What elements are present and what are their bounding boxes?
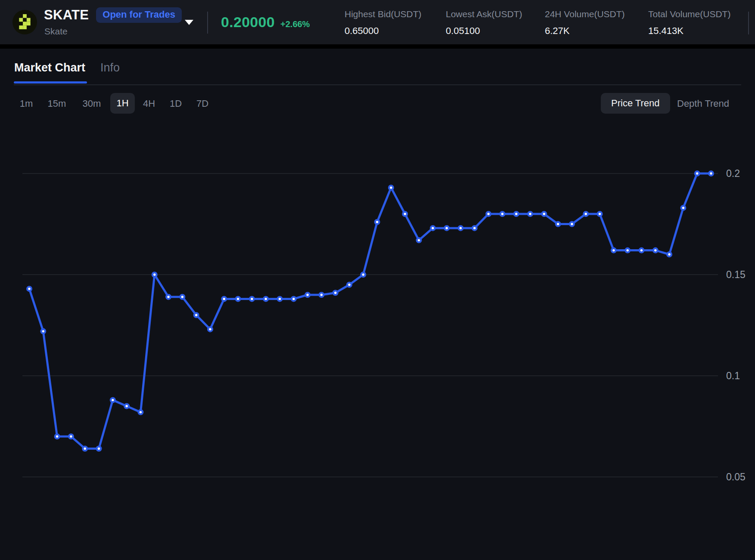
token-symbol: SKATE: [44, 7, 89, 23]
chart-data-point-core: [612, 249, 615, 251]
y-axis-tick-label: 0.1: [726, 370, 740, 381]
chart-data-point-core: [209, 328, 211, 330]
chart-data-point-core: [237, 298, 239, 300]
chart-data-point-core: [98, 448, 100, 450]
header-divider: [207, 12, 208, 34]
tab-divider: [14, 84, 741, 85]
chart-data-point-core: [251, 298, 253, 300]
chart-data-point-core: [279, 298, 281, 300]
chart-data-point-core: [654, 249, 656, 251]
price-trend-button[interactable]: Price Trend: [601, 93, 670, 114]
stat-value: 6.27K: [545, 25, 625, 37]
chart-data-point-core: [390, 186, 392, 189]
stat-total-volume: Total Volume(USDT) 15.413K: [648, 9, 730, 37]
chart-data-point-core: [557, 223, 559, 225]
chart-data-point-core: [265, 298, 267, 300]
chart-data-point-core: [112, 399, 114, 401]
market-header: SKATE Open for Trades Skate 0.20000 +2.6…: [0, 0, 755, 44]
active-tab-underline: [14, 81, 87, 84]
chart-data-point-core: [460, 227, 462, 229]
y-axis-tick-label: 0.05: [726, 471, 746, 483]
price-line: [29, 173, 711, 449]
chart-data-point-core: [696, 172, 698, 174]
chart-data-point-core: [306, 294, 308, 296]
chart-data-point-core: [473, 227, 475, 229]
chart-data-point-core: [56, 435, 58, 437]
chart-data-point-core: [125, 405, 127, 407]
stat-label: Highest Bid(USDT): [345, 9, 422, 19]
chart-data-point-core: [585, 213, 587, 215]
chart-data-point-core: [84, 448, 86, 450]
chart-data-point-core: [529, 213, 531, 215]
price-change-percent: +2.66%: [280, 19, 310, 29]
token-logo-icon: [12, 10, 37, 34]
interval-4h[interactable]: 4H: [143, 98, 155, 109]
chart-data-point-core: [223, 298, 225, 300]
chart-data-point-core: [334, 292, 336, 294]
chart-data-point-core: [682, 207, 684, 209]
chart-data-point-core: [195, 314, 197, 316]
last-price: 0.20000: [221, 14, 275, 31]
chart-data-point-core: [640, 249, 643, 251]
chart-data-point-core: [515, 213, 517, 215]
stat-highest-bid: Highest Bid(USDT) 0.65000: [345, 9, 422, 37]
interval-1m[interactable]: 1m: [20, 98, 33, 109]
chart-data-point-core: [181, 296, 183, 298]
chart-data-point-core: [445, 227, 447, 229]
depth-trend-button[interactable]: Depth Trend: [677, 98, 729, 109]
token-name: Skate: [44, 26, 68, 37]
chart-data-point-core: [376, 221, 378, 223]
interval-30m[interactable]: 30m: [83, 98, 101, 109]
price-trend-chart[interactable]: 0.20.150.10.05: [0, 114, 755, 560]
chart-data-point-core: [487, 213, 489, 215]
chart-data-point-core: [153, 273, 155, 275]
stat-lowest-ask: Lowest Ask(USDT) 0.05100: [446, 9, 522, 37]
chart-data-point-core: [28, 288, 30, 290]
chart-data-point-core: [140, 411, 142, 413]
y-axis-tick-label: 0.15: [726, 269, 746, 280]
chart-data-point-core: [362, 273, 364, 275]
chart-data-point-core: [501, 213, 503, 215]
stat-value: 0.05100: [446, 25, 522, 37]
chart-data-point-core: [543, 213, 545, 215]
status-badge: Open for Trades: [96, 7, 182, 23]
interval-15m[interactable]: 15m: [48, 98, 66, 109]
tab-market-chart[interactable]: Market Chart: [14, 61, 85, 74]
chart-data-point-core: [626, 249, 628, 251]
chart-data-point-core: [668, 253, 670, 255]
header-divider: [748, 12, 749, 34]
price-block: 0.20000 +2.66%: [221, 14, 310, 31]
header-separator: [0, 44, 755, 49]
stat-value: 0.65000: [345, 25, 422, 37]
chart-data-point-core: [42, 330, 44, 332]
chevron-down-icon[interactable]: [185, 20, 193, 25]
chart-data-point-core: [418, 239, 420, 241]
chart-data-point-core: [404, 213, 406, 215]
chart-data-point-core: [432, 227, 434, 229]
interval-1d[interactable]: 1D: [170, 98, 182, 109]
stat-label: Total Volume(USDT): [648, 9, 730, 19]
stat-label: Lowest Ask(USDT): [446, 9, 522, 19]
y-axis-tick-label: 0.2: [726, 168, 740, 179]
tab-info[interactable]: Info: [100, 61, 120, 74]
chart-data-point-core: [348, 284, 350, 286]
chart-data-point-core: [599, 213, 601, 215]
stat-value: 15.413K: [648, 25, 730, 37]
interval-7d[interactable]: 7D: [196, 98, 208, 109]
chart-data-point-core: [167, 296, 169, 298]
stat-24h-volume: 24H Volume(USDT) 6.27K: [545, 9, 625, 37]
stat-label: 24H Volume(USDT): [545, 9, 625, 19]
token-title-row: SKATE Open for Trades: [44, 7, 182, 23]
chart-data-point-core: [292, 298, 295, 300]
chart-data-point-core: [710, 172, 712, 174]
chart-data-point-core: [571, 223, 573, 225]
interval-1h-active[interactable]: 1H: [110, 93, 135, 114]
chart-data-point-core: [70, 435, 72, 437]
chart-data-point-core: [320, 294, 323, 296]
